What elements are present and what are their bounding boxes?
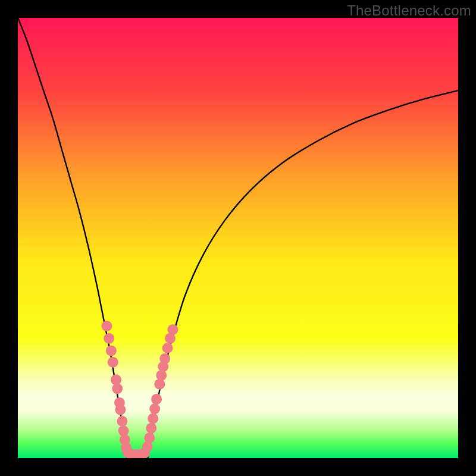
bottleneck-curve: [18, 18, 458, 458]
data-marker: [117, 416, 127, 427]
marker-cluster: [101, 321, 178, 458]
data-marker: [144, 433, 155, 443]
watermark-label: TheBottleneck.com: [347, 2, 471, 19]
plot-area: [18, 18, 458, 458]
data-marker: [146, 423, 156, 434]
data-marker: [149, 403, 160, 414]
data-marker: [108, 357, 118, 368]
data-marker: [167, 324, 178, 335]
chart-svg: [18, 18, 458, 458]
data-marker: [151, 394, 162, 405]
data-marker: [112, 383, 123, 394]
v-curve-path: [18, 18, 458, 458]
data-marker: [156, 370, 167, 381]
data-marker: [162, 343, 173, 353]
outer-frame: TheBottleneck.com: [0, 0, 476, 476]
data-marker: [148, 413, 158, 424]
data-marker: [154, 379, 165, 390]
data-marker: [104, 333, 114, 344]
data-marker: [115, 405, 126, 415]
data-marker: [106, 345, 117, 356]
data-marker: [159, 353, 170, 364]
data-marker: [101, 321, 112, 331]
